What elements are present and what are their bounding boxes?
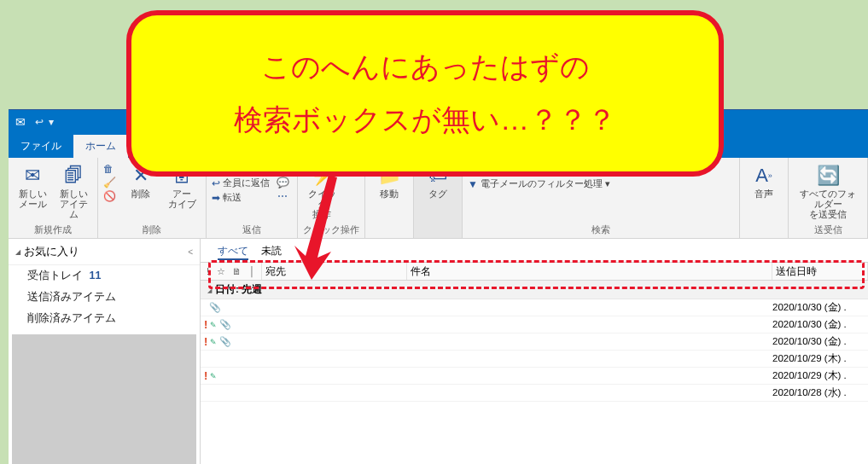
col-icons[interactable]: !☆🗎│ bbox=[201, 263, 262, 280]
category-icon: ✎ bbox=[210, 372, 217, 380]
im-button[interactable]: 💬 bbox=[277, 177, 289, 188]
message-row[interactable]: 2020/10/28 (水) . bbox=[201, 385, 868, 402]
callout-line1: このへんにあったはずの bbox=[261, 41, 590, 93]
row-date: 2020/10/29 (木) . bbox=[772, 369, 868, 382]
ignore-button[interactable]: 🗑 bbox=[103, 163, 119, 175]
voice-icon: A» bbox=[755, 163, 772, 188]
col-date[interactable]: 送信日時 bbox=[772, 263, 868, 280]
clean-icon: 🧹 bbox=[103, 177, 116, 188]
nav-spacer bbox=[12, 334, 196, 464]
send-receive-all-button[interactable]: 🔄 すべてのフォルダー を送受信 bbox=[794, 161, 862, 221]
importance-icon: ! bbox=[204, 335, 207, 348]
importance-icon: ! bbox=[204, 318, 207, 331]
attachment-header-icon: 🗎 bbox=[232, 266, 242, 276]
new-mail-button[interactable]: ✉ 新しい メール bbox=[14, 161, 51, 211]
filter-unread[interactable]: 未読 bbox=[261, 245, 282, 257]
row-icons: 📎 bbox=[201, 302, 262, 313]
reply-all-icon: ↩ bbox=[212, 177, 220, 189]
importance-icon: ! bbox=[204, 369, 207, 382]
message-row[interactable]: 📎2020/10/30 (金) . bbox=[201, 299, 868, 316]
tab-file[interactable]: ファイル bbox=[9, 135, 73, 158]
importance-icon: ! bbox=[207, 266, 209, 276]
qat-dropdown-icon[interactable]: ▾ bbox=[49, 116, 54, 128]
ribbon-group-sendreceive: 🔄 すべてのフォルダー を送受信 送受信 bbox=[789, 158, 868, 238]
chevron-down-icon: ▾ bbox=[605, 178, 610, 189]
filter-email-button[interactable]: ▼電子メールのフィルター処理 ▾ bbox=[468, 177, 610, 190]
ribbon-group-voice: A» 音声 bbox=[740, 158, 789, 238]
tab-home[interactable]: ホーム bbox=[73, 135, 128, 158]
navigation-pane: お気に入り < 受信トレイ 11 送信済みアイテム 削除済みアイテム bbox=[9, 239, 201, 464]
reply-all-button[interactable]: ↩全員に返信 bbox=[212, 177, 270, 189]
category-icon: ✎ bbox=[210, 321, 217, 329]
row-date: 2020/10/30 (金) . bbox=[772, 318, 868, 331]
content-area: お気に入り < 受信トレイ 11 送信済みアイテム 削除済みアイテム すべて 未… bbox=[9, 239, 868, 464]
qat-icon[interactable]: ↩ bbox=[35, 116, 44, 128]
inbox-count: 11 bbox=[89, 270, 101, 281]
forward-icon: ➡ bbox=[212, 192, 220, 204]
annotation-callout: このへんにあったはずの 検索ボックスが無い…？？？ bbox=[126, 10, 724, 177]
ribbon-group-new: ✉ 新しい メール 🗐 新しい アイテム 新規作成 bbox=[9, 158, 98, 238]
nav-sent[interactable]: 送信済みアイテム bbox=[9, 287, 200, 308]
attachment-icon: 📎 bbox=[209, 302, 221, 313]
message-row[interactable]: 2020/10/29 (木) . bbox=[201, 351, 868, 368]
nav-inbox[interactable]: 受信トレイ 11 bbox=[9, 265, 200, 287]
clean-button[interactable]: 🧹 bbox=[103, 177, 119, 188]
collapse-icon[interactable]: < bbox=[188, 247, 193, 257]
col-subject[interactable]: 件名 bbox=[407, 263, 772, 280]
nav-deleted[interactable]: 削除済みアイテム bbox=[9, 308, 200, 329]
attachment-icon: 📎 bbox=[219, 319, 231, 330]
mail-icon: ✉ bbox=[25, 163, 40, 188]
junk-button[interactable]: 🚫 bbox=[103, 190, 119, 202]
row-icons: !✎📎 bbox=[201, 318, 262, 331]
im-icon: 💬 bbox=[277, 177, 289, 188]
new-item-button[interactable]: 🗐 新しい アイテム bbox=[55, 161, 92, 221]
callout-line2: 検索ボックスが無い…？？？ bbox=[234, 94, 616, 146]
attachment-icon: 📎 bbox=[219, 336, 231, 347]
row-date: 2020/10/30 (金) . bbox=[772, 301, 868, 314]
message-row[interactable]: !✎2020/10/29 (木) . bbox=[201, 368, 868, 385]
filter-all[interactable]: すべて bbox=[218, 245, 248, 260]
voice-button[interactable]: A» 音声 bbox=[745, 161, 783, 200]
row-date: 2020/10/29 (木) . bbox=[772, 352, 868, 365]
row-date: 2020/10/28 (水) . bbox=[772, 386, 868, 399]
message-row[interactable]: !✎📎2020/10/30 (金) . bbox=[201, 316, 868, 334]
forward-button[interactable]: ➡転送 bbox=[212, 191, 270, 204]
more-respond-button[interactable]: ⋯ bbox=[277, 190, 288, 202]
reminder-icon: ☆ bbox=[217, 266, 225, 277]
sendreceive-icon: 🔄 bbox=[817, 163, 840, 188]
row-date: 2020/10/30 (金) . bbox=[772, 335, 868, 348]
row-icons: !✎ bbox=[201, 369, 262, 382]
message-row[interactable]: !✎📎2020/10/30 (金) . bbox=[201, 334, 868, 351]
category-icon: ✎ bbox=[210, 338, 217, 346]
new-item-icon: 🗐 bbox=[64, 163, 83, 188]
favorites-header[interactable]: お気に入り < bbox=[9, 239, 200, 265]
funnel-icon: ▼ bbox=[468, 178, 478, 190]
annotation-arrow bbox=[290, 171, 341, 285]
more-icon: ⋯ bbox=[277, 190, 288, 202]
row-icons: !✎📎 bbox=[201, 335, 262, 348]
app-icon: ✉ bbox=[15, 115, 26, 129]
ignore-icon: 🗑 bbox=[103, 163, 114, 175]
junk-icon: 🚫 bbox=[103, 190, 116, 202]
